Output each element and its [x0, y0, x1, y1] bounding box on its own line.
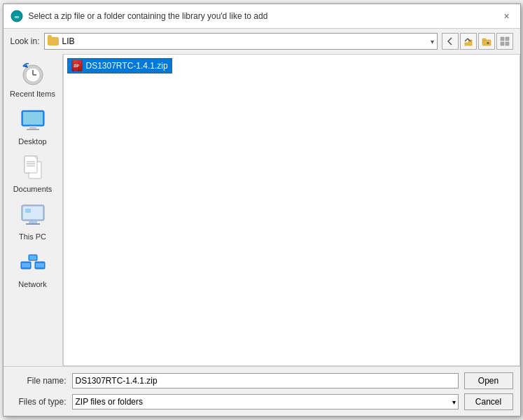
svg-rect-33 — [26, 223, 40, 225]
svg-rect-36 — [22, 263, 30, 267]
sidebar-item-desktop[interactable]: Desktop — [6, 103, 59, 149]
filetype-label: Files of type: — [11, 397, 67, 407]
recent-items-label: Recent Items — [10, 90, 55, 98]
filename-label: File name: — [11, 376, 67, 386]
recent-items-icon — [20, 61, 46, 88]
svg-rect-38 — [36, 263, 44, 267]
app-icon: ∞ — [11, 10, 23, 22]
svg-rect-18 — [29, 126, 36, 129]
title-bar-left: ∞ Select a zip file or a folder containi… — [11, 10, 268, 22]
network-icon — [20, 249, 46, 278]
network-label: Network — [18, 280, 46, 288]
file-name: DS1307RTC-1.4.1.zip — [86, 61, 168, 71]
new-folder-button[interactable] — [478, 33, 495, 50]
bottom-bar: File name: Open Files of type: ZIP files… — [4, 366, 520, 416]
svg-rect-2 — [465, 43, 468, 46]
svg-rect-11 — [505, 42, 509, 46]
svg-rect-10 — [501, 42, 504, 46]
svg-rect-34 — [25, 209, 31, 213]
cancel-button[interactable]: Cancel — [464, 393, 513, 410]
file-dialog: ∞ Select a zip file or a folder containi… — [3, 4, 521, 416]
back-icon — [445, 36, 455, 46]
folder-icon — [48, 37, 59, 46]
this-pc-label: This PC — [19, 232, 46, 241]
lookin-dropdown[interactable]: LIB ▾ — [44, 33, 438, 50]
desktop-icon — [20, 106, 46, 135]
sidebar: Recent Items Desktop — [4, 54, 63, 366]
filetype-row: Files of type: ZIP files or folders ▾ Ca… — [11, 393, 513, 410]
svg-rect-32 — [29, 220, 37, 223]
filename-row: File name: Open — [11, 372, 513, 389]
documents-label: Documents — [13, 185, 53, 193]
svg-rect-8 — [501, 37, 504, 41]
open-button[interactable]: Open — [464, 372, 513, 389]
svg-rect-5 — [482, 38, 486, 41]
close-button[interactable]: × — [501, 10, 513, 22]
file-item[interactable]: ZIP DS1307RTC-1.4.1.zip — [67, 58, 172, 74]
new-folder-icon — [482, 36, 491, 46]
lookin-value: LIB — [62, 36, 75, 46]
sidebar-item-network[interactable]: Network — [6, 246, 59, 292]
file-browser[interactable]: ZIP DS1307RTC-1.4.1.zip — [63, 54, 520, 366]
svg-rect-40 — [29, 255, 36, 260]
filetype-select[interactable]: ZIP files or folders — [72, 394, 459, 410]
desktop-label: Desktop — [18, 137, 46, 146]
zip-file-icon: ZIP — [71, 60, 83, 71]
svg-text:ZIP: ZIP — [74, 64, 79, 68]
lookin-label: Look in: — [11, 36, 40, 46]
documents-icon — [20, 154, 46, 183]
svg-rect-17 — [23, 112, 43, 125]
dropdown-arrow-icon: ▾ — [431, 38, 434, 46]
view-icon — [500, 36, 510, 46]
toolbar-buttons — [442, 33, 513, 50]
sidebar-item-recent[interactable]: Recent Items — [6, 57, 59, 102]
main-area: Recent Items Desktop — [4, 54, 520, 366]
svg-rect-19 — [27, 129, 39, 130]
view-toggle-button[interactable] — [496, 33, 513, 50]
sidebar-item-documents[interactable]: Documents — [6, 150, 59, 197]
filename-input[interactable] — [72, 373, 459, 388]
nav-up-button[interactable] — [460, 33, 477, 50]
svg-text:∞: ∞ — [14, 13, 19, 20]
filetype-wrapper: ZIP files or folders ▾ — [72, 394, 459, 410]
svg-rect-26 — [25, 156, 37, 173]
toolbar: Look in: LIB ▾ — [4, 29, 520, 54]
sidebar-item-thispc[interactable]: This PC — [6, 198, 59, 244]
svg-rect-9 — [505, 37, 509, 41]
up-icon — [463, 36, 473, 46]
title-bar: ∞ Select a zip file or a folder containi… — [4, 4, 520, 29]
nav-back-button[interactable] — [442, 33, 459, 50]
this-pc-icon — [20, 202, 46, 230]
dialog-title: Select a zip file or a folder containing… — [29, 11, 268, 21]
